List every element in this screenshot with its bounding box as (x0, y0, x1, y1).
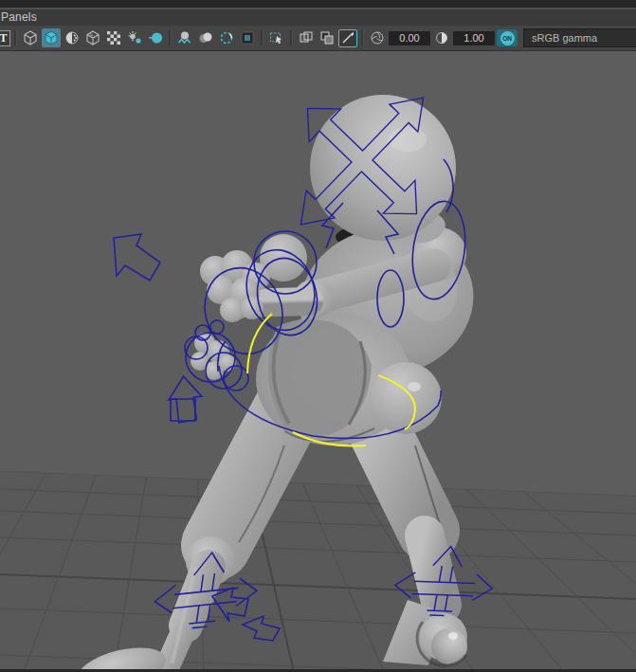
toolbar-separator (290, 30, 293, 45)
screen-space-ao-icon[interactable] (196, 28, 215, 47)
motion-blur-icon[interactable] (217, 28, 236, 47)
view-transform-toggle[interactable]: ON (497, 29, 518, 46)
gamma-input[interactable] (453, 31, 495, 45)
textured-mode-icon[interactable] (83, 28, 102, 47)
exposure-icon[interactable] (368, 28, 387, 47)
anti-aliasing-icon[interactable] (238, 28, 257, 47)
tear-off-copy-icon[interactable]: T (0, 30, 10, 46)
use-default-material-icon[interactable] (63, 28, 82, 47)
exposure-input[interactable] (389, 31, 430, 45)
viewport-toolbar: T (0, 26, 636, 51)
wireframe-mode-icon[interactable] (21, 28, 40, 47)
smooth-shade-all-icon[interactable] (42, 28, 61, 47)
default-light-icon[interactable] (146, 28, 165, 47)
xray-active-components-icon[interactable] (318, 28, 336, 47)
viewport-3d[interactable] (0, 51, 636, 672)
view-transform-value: sRGB gamma (524, 32, 597, 44)
xray-icon[interactable] (297, 28, 316, 47)
shadows-icon[interactable] (175, 28, 194, 47)
grease-pencil-icon[interactable] (338, 29, 357, 47)
window-top-strip (0, 0, 636, 8)
panel-menu-bar: Panels (0, 9, 636, 26)
wireframe-on-shaded-icon[interactable] (104, 28, 123, 47)
view-transform-dropdown[interactable]: sRGB gamma (523, 28, 636, 47)
panels-menu[interactable]: Panels (0, 9, 37, 26)
isolate-select-icon[interactable] (267, 28, 286, 47)
contrast-icon[interactable] (432, 28, 451, 47)
toolbar-separator (14, 30, 17, 45)
on-badge: ON (500, 31, 515, 45)
toolbar-separator (361, 30, 364, 45)
toolbar-separator (261, 30, 263, 45)
lighting-icon[interactable] (125, 28, 144, 47)
toolbar-separator (169, 30, 172, 45)
